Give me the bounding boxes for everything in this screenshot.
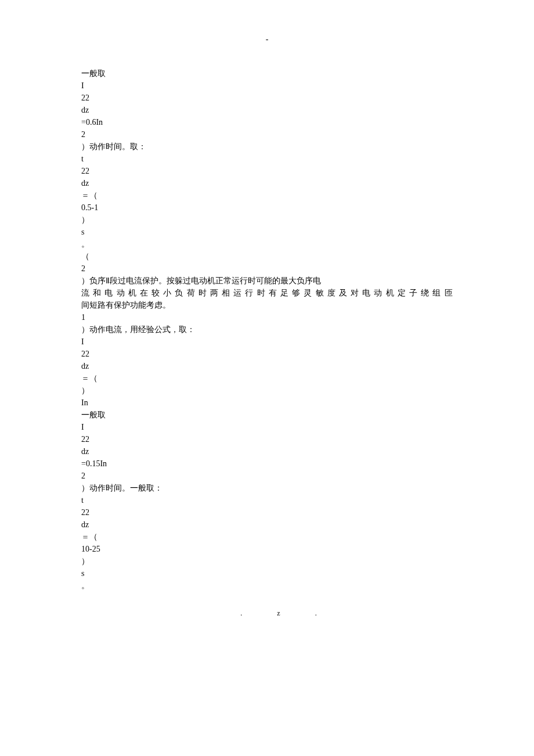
- text-line: 22: [81, 348, 453, 360]
- text-line: ＝（: [81, 372, 453, 384]
- text-line: ）动作电流，用经验公式，取：: [81, 323, 453, 336]
- text-line: ）: [81, 384, 453, 397]
- text-line: I: [81, 80, 453, 92]
- text-line: s: [81, 567, 453, 579]
- text-line: t: [81, 153, 453, 165]
- page-footer: .z.: [81, 609, 453, 618]
- text-line: 。: [81, 238, 453, 250]
- footer-right: z.: [277, 609, 351, 617]
- text-line: dz: [81, 177, 453, 189]
- text-line: dz: [81, 519, 453, 531]
- text-line: 0.5-1: [81, 201, 453, 214]
- document-content: 一般取I22dz=0.6In2）动作时间。取：t22dz＝（0.5-1）s。（2…: [81, 67, 453, 592]
- text-line: ）动作时间。一般取：: [81, 482, 453, 494]
- text-line: 22: [81, 506, 453, 519]
- text-line: I: [81, 421, 453, 433]
- text-line: In: [81, 397, 453, 409]
- text-line: 1: [81, 311, 453, 323]
- text-line: 22: [81, 165, 453, 177]
- text-line: 一般取: [81, 67, 453, 80]
- text-line: I: [81, 336, 453, 348]
- text-line: ）: [81, 214, 453, 226]
- text-line: 流和电动机在较小负荷时两相运行时有足够灵敏度及对电动机定子绕组匝: [81, 287, 453, 299]
- footer-left: .: [240, 609, 277, 617]
- document-page: - 一般取I22dz=0.6In2）动作时间。取：t22dz＝（0.5-1）s。…: [0, 0, 534, 641]
- text-line: 2: [81, 262, 453, 275]
- text-line: dz: [81, 104, 453, 116]
- text-line: t: [81, 494, 453, 506]
- text-line: dz: [81, 445, 453, 458]
- text-line: s: [81, 226, 453, 238]
- top-dash: -: [81, 35, 453, 44]
- text-line: 一般取: [81, 409, 453, 421]
- text-line: ）: [81, 555, 453, 567]
- text-line: 2: [81, 128, 453, 141]
- text-line: dz: [81, 360, 453, 372]
- text-line: ）负序Ⅱ段过电流保护。按躲过电动机正常运行时可能的最大负序电: [81, 275, 453, 287]
- text-line: ＝（: [81, 531, 453, 543]
- text-line: 22: [81, 92, 453, 104]
- text-line: ）动作时间。取：: [81, 141, 453, 153]
- text-line: 2: [81, 470, 453, 482]
- text-line: =0.15In: [81, 458, 453, 470]
- text-line: 22: [81, 433, 453, 445]
- text-line: 10-25: [81, 543, 453, 555]
- text-line: 间短路有保护功能考虑。: [81, 299, 453, 311]
- text-line: ＝（: [81, 189, 453, 201]
- text-line: 。: [81, 579, 453, 592]
- text-line: =0.6In: [81, 116, 453, 128]
- text-line: （: [81, 250, 453, 262]
